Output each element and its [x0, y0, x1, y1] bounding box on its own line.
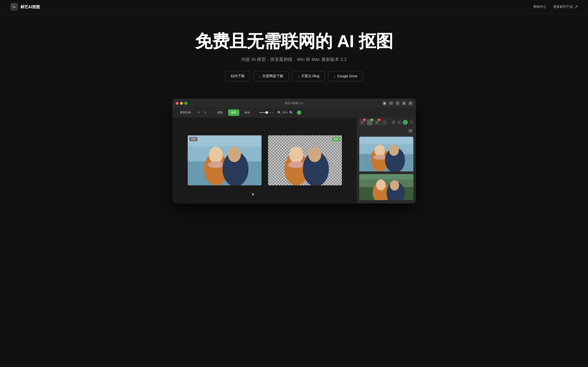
maximize-button[interactable]	[184, 102, 187, 105]
app-window: 鲜艺AI抠图 2.2 🏠 ↩ ✂ ◑ ⚙ 重置结果 ↺ ↻ 擦除 修补 拖动	[172, 99, 416, 203]
push-button[interactable]: 拖动	[242, 109, 253, 116]
sidebar-thumb-2[interactable]	[359, 174, 413, 201]
window-title: 鲜艺AI抠图 2.2	[285, 101, 303, 105]
zoom-out-icon[interactable]: 🔍	[277, 111, 281, 114]
download-gdrive-button[interactable]: ↓ Google Drive	[328, 71, 363, 81]
settings-icon[interactable]: ⚙	[408, 101, 412, 105]
sidebar-undo-icon[interactable]: ↩	[397, 120, 401, 124]
svg-point-27	[376, 179, 385, 190]
hero-section: 免费且无需联网的 AI 抠图 内嵌 AI 模型，快至毫秒级，Win 和 Mac …	[0, 14, 588, 90]
result-image	[268, 135, 342, 185]
zoom-in-icon[interactable]: 🔍	[289, 111, 293, 114]
brush-indicator	[297, 110, 301, 115]
download-local-button[interactable]: 站内下载	[225, 71, 250, 81]
person-icon[interactable]: 👤	[403, 120, 408, 125]
badge-12: 12	[377, 119, 381, 121]
original-image	[188, 135, 261, 185]
svg-point-2	[14, 6, 16, 8]
download-tianyi-button[interactable]: ↓ 天翼云-0tug	[292, 71, 325, 81]
svg-point-29	[390, 180, 399, 191]
slider-track	[259, 112, 274, 113]
copy-icon[interactable]: ⧉	[392, 120, 396, 124]
toolbar: 重置结果 ↺ ↻ 擦除 修补 拖动 🔍 98% 🔍	[173, 108, 416, 117]
cut-icon[interactable]: ✂	[396, 101, 400, 105]
sidebar-panel: 10 10 New N 12 12 ? ⧉	[357, 117, 416, 203]
redo-button[interactable]: ↻	[203, 110, 208, 115]
help-link[interactable]: 帮助中心	[533, 5, 546, 9]
original-image-panel: 原图	[188, 135, 261, 185]
result-label: 结果	[332, 137, 340, 141]
title-bar-icons: 🏠 ↩ ✂ ◑ ⚙	[383, 101, 412, 105]
undo-button[interactable]: ↺	[196, 110, 202, 115]
sidebar-tab-new[interactable]: New N	[367, 119, 373, 125]
hero-buttons: 站内下载 ↓ 百度网盘下载 ↓ 天翼云-0tug ↓ Google Drive	[4, 71, 584, 81]
erase-button[interactable]: 擦除	[215, 109, 226, 116]
logo: 鲜艺AI抠图	[10, 3, 40, 11]
app-content: 原图	[173, 117, 416, 203]
toolbar-divider-2	[256, 110, 256, 115]
title-bar: 鲜艺AI抠图 2.2 🏠 ↩ ✂ ◑ ⚙	[173, 99, 416, 108]
svg-point-20	[373, 155, 386, 160]
more-icon[interactable]: ⋮	[409, 120, 413, 124]
result-photo-people	[268, 135, 342, 185]
toolbar-divider-1	[211, 110, 212, 115]
original-label: 原图	[189, 137, 197, 141]
slider-thumb	[265, 111, 268, 114]
brush-size-slider[interactable]	[259, 112, 274, 113]
back-icon[interactable]: ↩	[389, 101, 393, 105]
undo-redo-group: ↺ ↻	[196, 110, 208, 115]
zoom-value: 98%	[282, 111, 288, 114]
badge-10: 10	[363, 119, 366, 121]
sidebar-top-bar: 10 10 New N 12 12 ? ⧉	[357, 117, 416, 127]
svg-point-6	[209, 147, 223, 163]
svg-point-15	[308, 147, 321, 162]
svg-point-22	[389, 144, 399, 156]
download-icon: ↓	[259, 74, 261, 78]
download-icon-2: ↓	[298, 74, 299, 78]
original-photo-people	[188, 135, 261, 185]
svg-rect-30	[359, 174, 413, 179]
svg-point-7	[208, 161, 224, 168]
mouse-cursor	[252, 192, 255, 197]
svg-point-9	[228, 147, 241, 162]
sidebar-content	[357, 134, 416, 203]
badge-new: N	[370, 119, 373, 121]
hero-title: 免费且无需联网的 AI 抠图	[4, 31, 584, 51]
svg-point-13	[288, 161, 304, 168]
svg-rect-23	[359, 137, 413, 144]
screenshot-container: 鲜艺AI抠图 2.2 🏠 ↩ ✂ ◑ ⚙ 重置结果 ↺ ↻ 擦除 修补 拖动	[164, 99, 425, 203]
more-products-link[interactable]: 更多鲜艺产品	[553, 5, 578, 9]
contrast-icon[interactable]: ◑	[402, 101, 406, 105]
result-image-panel: 结果	[268, 135, 342, 185]
zoom-controls: 🔍 98% 🔍	[277, 111, 293, 114]
external-link-icon	[574, 5, 578, 8]
logo-text: 鲜艺AI抠图	[20, 4, 40, 9]
sidebar-tab-10[interactable]: 10 10	[359, 119, 365, 125]
sidebar-tab-12[interactable]: 12 12	[374, 119, 380, 125]
logo-icon	[10, 3, 18, 11]
traffic-lights	[176, 102, 187, 105]
download-baidu-button[interactable]: ↓ 百度网盘下载	[253, 71, 289, 81]
sidebar-tab-help[interactable]: ?	[381, 119, 387, 125]
sidebar-menu-bar	[357, 127, 416, 134]
hero-subtitle: 内嵌 AI 模型，快至毫秒级，Win 和 Mac 最新版本 2.2	[4, 57, 584, 62]
navbar: 鲜艺AI抠图 帮助中心 更多鲜艺产品	[0, 0, 588, 14]
home-icon[interactable]: 🏠	[383, 101, 386, 105]
reset-button[interactable]: 重置结果	[177, 109, 194, 116]
svg-rect-10	[188, 135, 261, 146]
svg-point-12	[289, 147, 303, 163]
hamburger-menu-icon[interactable]	[408, 130, 412, 132]
restore-button[interactable]: 修补	[228, 109, 239, 116]
navbar-links: 帮助中心 更多鲜艺产品	[533, 5, 578, 9]
minimize-button[interactable]	[180, 102, 183, 105]
sidebar-thumb-1[interactable]	[359, 137, 413, 172]
close-button[interactable]	[176, 102, 179, 105]
download-icon-3: ↓	[334, 74, 335, 78]
canvas-area: 原图	[173, 117, 357, 203]
